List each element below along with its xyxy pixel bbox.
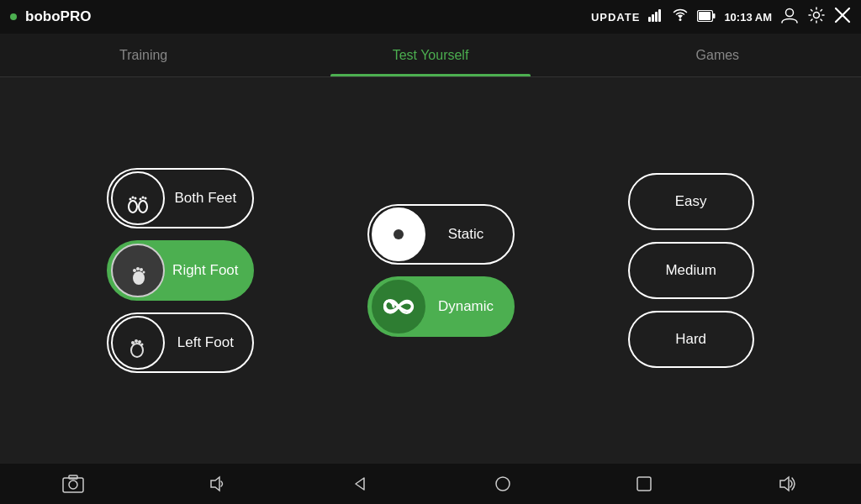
volume-icon[interactable] bbox=[208, 475, 226, 493]
svg-rect-7 bbox=[713, 13, 716, 18]
svg-point-26 bbox=[131, 341, 135, 344]
svg-point-17 bbox=[140, 198, 142, 201]
screenshot-icon[interactable] bbox=[62, 475, 84, 493]
medium-button[interactable]: Medium bbox=[628, 242, 754, 299]
dynamic-label: Dynamic bbox=[425, 298, 513, 315]
volume-up-icon[interactable] bbox=[777, 475, 799, 493]
svg-point-37 bbox=[496, 477, 510, 491]
svg-point-31 bbox=[394, 229, 404, 239]
svg-point-16 bbox=[135, 197, 137, 200]
tab-test-yourself[interactable]: Test Yourself bbox=[287, 34, 573, 76]
svg-rect-3 bbox=[658, 9, 661, 22]
svg-point-27 bbox=[135, 339, 138, 343]
bottom-nav bbox=[0, 464, 861, 504]
both-feet-button[interactable]: Both Feet bbox=[107, 168, 254, 228]
svg-marker-35 bbox=[211, 477, 219, 491]
tab-games[interactable]: Games bbox=[574, 34, 861, 76]
svg-rect-38 bbox=[637, 477, 651, 491]
svg-point-29 bbox=[141, 344, 144, 346]
svg-rect-34 bbox=[69, 475, 77, 479]
settings-icon[interactable] bbox=[807, 6, 826, 29]
svg-point-19 bbox=[145, 197, 147, 200]
recent-apps-icon[interactable] bbox=[636, 475, 652, 492]
update-button[interactable]: UPDATE bbox=[591, 11, 640, 24]
close-icon[interactable] bbox=[834, 7, 851, 28]
svg-rect-2 bbox=[655, 12, 658, 22]
svg-point-8 bbox=[786, 8, 794, 16]
svg-point-4 bbox=[679, 18, 682, 21]
mode-selection: Static Dynamic bbox=[367, 204, 515, 337]
static-label: Static bbox=[425, 226, 513, 243]
svg-point-23 bbox=[140, 268, 143, 271]
home-icon[interactable] bbox=[494, 475, 512, 493]
hard-button[interactable]: Hard bbox=[628, 311, 754, 368]
svg-point-21 bbox=[133, 269, 136, 272]
svg-point-9 bbox=[814, 12, 820, 18]
svg-point-28 bbox=[138, 340, 141, 344]
svg-rect-6 bbox=[699, 12, 710, 20]
status-bar: boboPRO UPDATE bbox=[0, 0, 861, 34]
easy-button[interactable]: Easy bbox=[628, 173, 754, 230]
dynamic-mode-button[interactable]: Dynamic bbox=[367, 276, 515, 337]
battery-icon bbox=[697, 8, 716, 26]
foot-selection: Both Feet Right Foot bbox=[107, 168, 254, 373]
dynamic-icon bbox=[372, 280, 425, 333]
svg-point-15 bbox=[132, 197, 135, 199]
back-icon[interactable] bbox=[351, 475, 369, 493]
svg-point-24 bbox=[143, 271, 145, 274]
svg-rect-1 bbox=[652, 14, 654, 22]
status-bar-right: UPDATE 10:13 AM bbox=[591, 6, 851, 29]
static-icon bbox=[372, 207, 425, 261]
svg-rect-0 bbox=[648, 17, 651, 22]
svg-point-33 bbox=[69, 480, 77, 489]
left-foot-label: Left Foot bbox=[165, 334, 252, 351]
hard-label: Hard bbox=[675, 331, 706, 348]
svg-marker-39 bbox=[780, 477, 789, 491]
app-logo: boboPRO bbox=[25, 8, 91, 25]
svg-marker-36 bbox=[356, 478, 364, 490]
difficulty-selection: Easy Medium Hard bbox=[628, 173, 754, 368]
svg-point-13 bbox=[139, 201, 147, 213]
svg-point-18 bbox=[142, 197, 145, 199]
wifi-icon bbox=[672, 8, 689, 26]
nav-tabs: Training Test Yourself Games bbox=[0, 34, 861, 77]
both-feet-icon bbox=[111, 171, 165, 225]
svg-point-22 bbox=[136, 267, 140, 270]
static-mode-button[interactable]: Static bbox=[367, 204, 515, 265]
main-content: Both Feet Right Foot bbox=[0, 77, 861, 464]
signal-icon bbox=[648, 8, 663, 26]
status-bar-left: boboPRO bbox=[10, 8, 91, 25]
right-foot-icon bbox=[111, 244, 165, 297]
svg-point-20 bbox=[133, 271, 145, 285]
svg-point-14 bbox=[129, 198, 132, 201]
medium-label: Medium bbox=[665, 262, 716, 279]
svg-point-25 bbox=[131, 344, 143, 357]
both-feet-label: Both Feet bbox=[165, 190, 252, 207]
right-foot-label: Right Foot bbox=[165, 262, 252, 279]
left-foot-icon bbox=[111, 316, 165, 370]
right-foot-button[interactable]: Right Foot bbox=[107, 240, 254, 301]
easy-label: Easy bbox=[675, 193, 707, 210]
time-display: 10:13 AM bbox=[724, 11, 772, 24]
left-foot-button[interactable]: Left Foot bbox=[107, 312, 254, 373]
tab-training[interactable]: Training bbox=[0, 34, 287, 76]
notification-dot bbox=[10, 13, 17, 20]
svg-point-12 bbox=[129, 201, 137, 213]
profile-icon[interactable] bbox=[780, 6, 799, 29]
